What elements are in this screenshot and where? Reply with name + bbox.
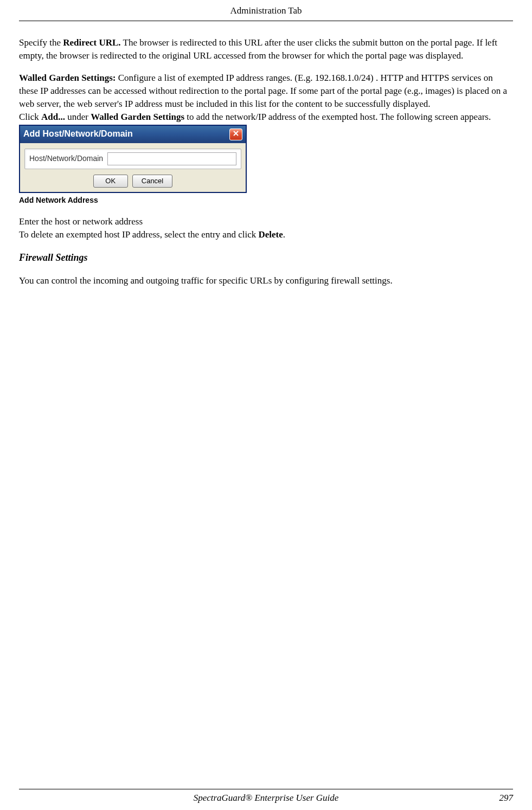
cancel-button[interactable]: Cancel (132, 175, 172, 188)
dialog-buttons: OK Cancel (24, 175, 241, 188)
page-footer: SpectraGuard® Enterprise User Guide 297 (19, 789, 513, 810)
paragraph-click-add: Click Add... under Walled Garden Setting… (19, 111, 513, 124)
bold-redirect-url: Redirect URL. (63, 37, 120, 48)
ok-button[interactable]: OK (93, 175, 128, 188)
section-heading-firewall: Firewall Settings (19, 251, 513, 265)
footer-title: SpectraGuard® Enterprise User Guide (194, 792, 339, 805)
bold-walled-garden: Walled Garden Settings: (19, 73, 116, 83)
paragraph-delete: To delete an exempted host IP address, s… (19, 228, 513, 241)
host-network-domain-input[interactable] (107, 152, 236, 165)
bold-add: Add... (41, 112, 65, 122)
paragraph-walled-garden: Walled Garden Settings: Configure a list… (19, 72, 513, 110)
host-network-domain-label: Host/Network/Domain (29, 153, 103, 164)
figure-caption: Add Network Address (19, 195, 513, 206)
close-icon (233, 129, 239, 140)
paragraph-firewall: You can control the incoming and outgoin… (19, 274, 513, 287)
paragraph-enter-host: Enter the host or network address (19, 215, 513, 228)
bold-walled-garden-settings: Walled Garden Settings (91, 112, 184, 122)
add-host-dialog: Add Host/Network/Domain Host/Network/Dom… (19, 125, 247, 193)
page-content: Specify the Redirect URL. The browser is… (19, 21, 513, 789)
field-row: Host/Network/Domain (24, 149, 241, 169)
close-button[interactable] (229, 128, 242, 140)
paragraph-redirect-url: Specify the Redirect URL. The browser is… (19, 36, 513, 62)
dialog-titlebar: Add Host/Network/Domain (20, 126, 246, 143)
bold-delete: Delete (258, 229, 283, 240)
footer-page-number: 297 (499, 792, 514, 805)
header-title: Administration Tab (230, 5, 302, 16)
dialog-title: Add Host/Network/Domain (23, 128, 133, 140)
dialog-body: Host/Network/Domain OK Cancel (20, 143, 246, 192)
page-header: Administration Tab (19, 0, 513, 21)
